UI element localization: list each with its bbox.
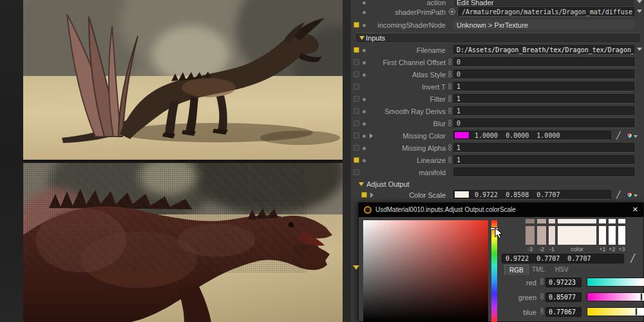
panel-collapse-arrow-icon[interactable] xyxy=(353,265,359,270)
shaderprimpath-field[interactable]: /ArmatureDragon/materials/Dragon_mat/dif… xyxy=(459,7,634,17)
blue-value-field[interactable]: 0.77067 xyxy=(545,307,582,317)
tab-hsv[interactable]: HSV xyxy=(551,265,573,275)
color-scale-swatch[interactable] xyxy=(454,191,469,198)
checkbox-icon[interactable] xyxy=(354,145,359,151)
swatch-prev-p3[interactable] xyxy=(618,219,625,223)
mouse-cursor-icon xyxy=(495,227,504,240)
param-row-invert-t: Invert T 1 xyxy=(351,82,644,92)
swatch-m3[interactable] xyxy=(526,226,535,245)
expand-triangle-icon[interactable] xyxy=(370,133,373,138)
color-selection-ring-icon[interactable] xyxy=(371,222,377,227)
link-icon xyxy=(448,83,452,91)
filename-field[interactable]: D:/Assets/Dragon_Breath/tex/Dragon_tex/D… xyxy=(453,45,634,55)
swatch-prev-m1[interactable] xyxy=(549,219,555,223)
first-channel-offset-field[interactable]: 0 xyxy=(453,57,634,67)
link-icon xyxy=(448,120,452,128)
param-label: shaderPrimPath xyxy=(365,8,446,16)
close-icon[interactable]: ✕ xyxy=(632,205,638,214)
swatch-label: +2 xyxy=(609,246,616,252)
swatch-m2[interactable] xyxy=(537,226,546,245)
viewport-render-bottom xyxy=(23,163,343,322)
checkbox-icon[interactable] xyxy=(354,120,359,126)
missing-color-values[interactable]: 1.0000 0.0000 1.0000 xyxy=(453,131,611,140)
swatch-prev-color[interactable] xyxy=(558,219,596,223)
checkbox-icon[interactable] xyxy=(354,84,359,90)
missing-color-swatch[interactable] xyxy=(454,131,469,139)
swatch-p3[interactable] xyxy=(618,226,625,245)
collapse-triangle-icon[interactable] xyxy=(359,36,365,40)
swatch-prev-p1[interactable] xyxy=(599,219,606,223)
swatch-prev-p2[interactable] xyxy=(609,219,616,223)
slider-handle[interactable] xyxy=(640,293,643,301)
override-flag-icon[interactable] xyxy=(354,22,359,28)
dialog-titlebar[interactable]: UsdMaterial0010.inputs.Adjust Output.col… xyxy=(359,203,643,217)
manifold-field[interactable] xyxy=(453,167,634,177)
smooth-ray-derivs-field[interactable]: 1 xyxy=(453,106,634,116)
node-chooser-icon[interactable] xyxy=(449,8,455,15)
red-value-field[interactable]: 0.97223 xyxy=(545,278,582,287)
collapse-triangle-icon[interactable] xyxy=(359,182,364,186)
pane-divider[interactable] xyxy=(343,0,351,322)
tab-rgb[interactable]: RGB xyxy=(504,265,529,275)
action-dropdown[interactable]: Edit Shader xyxy=(453,0,634,7)
filter-field[interactable]: 1 xyxy=(453,94,634,104)
param-row-incomingshadernode: incomingShaderNode Unknown > PxrTexture xyxy=(351,20,644,30)
color-wheel-icon[interactable] xyxy=(627,192,632,198)
checkbox-icon[interactable] xyxy=(354,71,359,77)
color-value-field[interactable]: 0.9722 0.7707 0.7707 xyxy=(502,254,624,263)
pencil-icon[interactable]: ╱ xyxy=(616,191,621,199)
green-slider[interactable] xyxy=(587,292,644,301)
atlas-style-field[interactable]: 0 xyxy=(453,70,634,79)
invert-t-field[interactable]: 1 xyxy=(453,82,634,91)
red-slider[interactable] xyxy=(587,278,644,287)
param-row-color-scale: Color Scale 0.9722 0.8508 0.7707 ╱ xyxy=(351,190,644,200)
swatch-prev-m3[interactable] xyxy=(526,219,535,223)
override-flag-icon[interactable] xyxy=(354,157,359,163)
swatch-m1[interactable] xyxy=(549,226,555,245)
swatch-label: +1 xyxy=(599,246,606,252)
color-scale-values[interactable]: 0.9722 0.8508 0.7707 xyxy=(453,190,611,200)
param-label: Invert T xyxy=(365,83,446,91)
checkbox-icon[interactable] xyxy=(354,108,359,114)
param-label: action xyxy=(365,0,446,6)
chevron-down-icon[interactable] xyxy=(637,0,642,3)
link-icon xyxy=(540,278,544,286)
houdini-logo-icon xyxy=(364,206,372,214)
checkbox-icon[interactable] xyxy=(354,59,359,65)
pencil-icon[interactable]: ╱ xyxy=(630,254,635,263)
checkbox-icon[interactable] xyxy=(354,96,359,102)
tab-tml[interactable]: TML xyxy=(527,265,549,275)
swatch-label-row: -3 -2 -1 color +1 +2 +3 xyxy=(526,246,625,252)
swatch-p2[interactable] xyxy=(609,226,616,245)
missing-alpha-field[interactable]: 1 xyxy=(453,143,634,153)
blur-field[interactable]: 0 xyxy=(453,118,634,128)
section-header-inputs[interactable]: Inputs xyxy=(356,33,639,42)
chevron-down-icon[interactable] xyxy=(637,48,642,51)
override-flag-icon[interactable] xyxy=(354,47,359,53)
expand-triangle-icon[interactable] xyxy=(370,193,374,198)
blue-slider[interactable] xyxy=(587,307,644,316)
param-row-action: action Edit Shader xyxy=(351,0,644,5)
section-header-adjust-output[interactable]: Adjust Output xyxy=(351,180,644,190)
param-label: incomingShaderNode xyxy=(365,21,446,29)
color-wheel-icon[interactable] xyxy=(627,133,632,138)
param-dot-icon xyxy=(363,135,366,138)
pencil-icon[interactable]: ╱ xyxy=(616,131,621,140)
checkbox-icon[interactable] xyxy=(354,169,359,175)
param-label: Linearize xyxy=(365,156,446,164)
param-label: Blur xyxy=(365,120,446,128)
override-flag-icon[interactable] xyxy=(361,192,367,198)
linearize-field[interactable]: 1 xyxy=(453,155,634,165)
param-row-smooth-ray-derivs: Smooth Ray Derivs 1 xyxy=(351,106,644,117)
swatch-prev-m2[interactable] xyxy=(537,219,546,223)
green-value-field[interactable]: 0.85077 xyxy=(545,292,582,302)
checkbox-icon[interactable] xyxy=(354,133,359,138)
chevron-down-icon[interactable] xyxy=(637,10,642,13)
slider-handle[interactable] xyxy=(635,308,638,316)
param-label: Smooth Ray Derivs xyxy=(365,108,446,115)
incomingshadernode-value: Unknown > PxrTexture xyxy=(453,20,634,30)
swatch-p1[interactable] xyxy=(599,226,606,245)
saturation-value-square[interactable] xyxy=(363,220,488,322)
param-row-filter: Filter 1 xyxy=(351,94,644,104)
swatch-color[interactable] xyxy=(558,226,596,245)
